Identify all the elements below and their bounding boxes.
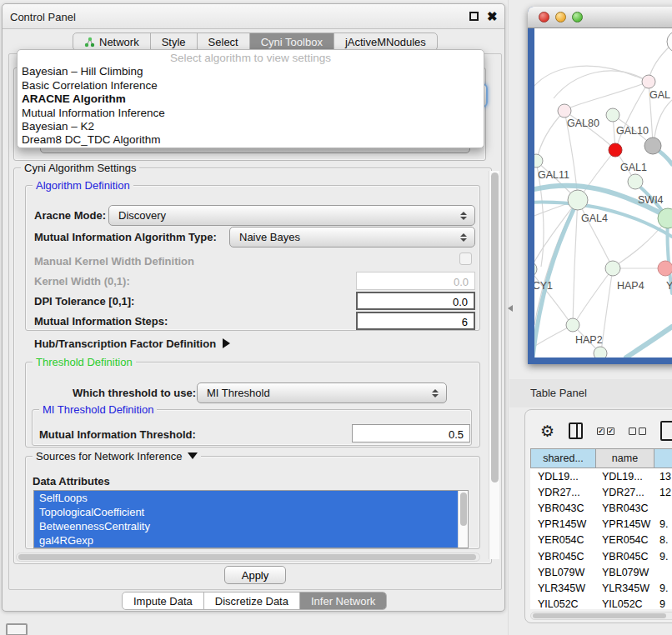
tab-style[interactable]: Style: [150, 33, 197, 50]
panel-divider: [508, 0, 509, 635]
tab-infer-network[interactable]: Infer Network: [299, 592, 386, 609]
data-attributes-label: Data Attributes: [33, 475, 110, 488]
mi-threshold-field[interactable]: [352, 424, 470, 442]
popup-item-aracne[interactable]: ARACNE Algorithm: [18, 92, 484, 106]
aracne-mode-value: Discovery: [118, 209, 166, 222]
node-label: GAL80: [567, 118, 599, 129]
float-window-icon[interactable]: [469, 12, 479, 21]
node-salmon[interactable]: [658, 261, 672, 276]
which-threshold-combobox[interactable]: MI Threshold: [197, 382, 447, 403]
docked-panel-icon[interactable]: [6, 623, 28, 635]
which-threshold-value: MI Threshold: [207, 387, 270, 399]
aracne-mode-combobox[interactable]: Discovery: [108, 205, 475, 226]
gear-icon[interactable]: ⚙: [540, 423, 554, 439]
node-red-selected[interactable]: [609, 143, 622, 157]
node-gal4[interactable]: [568, 190, 588, 210]
mac-close-icon[interactable]: [539, 12, 549, 22]
list-item[interactable]: TopologicalCoefficient: [34, 505, 458, 519]
aracne-mode-label: Aracne Mode:: [34, 209, 106, 222]
splitter-collapse-icon[interactable]: [508, 305, 513, 312]
data-attributes-list: SelfLoops TopologicalCoefficient Between…: [33, 490, 469, 548]
node-gal-top-right[interactable]: [642, 75, 655, 88]
network-canvas[interactable]: GAL GAL80 GAL10 GAL1 GAL11 SWI4 GAL4 GCY…: [534, 28, 672, 358]
apply-button[interactable]: Apply: [224, 566, 286, 584]
node-gal10[interactable]: [606, 108, 619, 122]
hub-definition-expander[interactable]: Hub/Transcription Factor Definition: [34, 338, 230, 350]
node-gcy1[interactable]: [534, 262, 537, 277]
deselect-all-icon[interactable]: [629, 428, 646, 435]
table-row[interactable]: YDR27...YDR27...12: [530, 484, 672, 500]
mac-minimize-icon[interactable]: [555, 12, 566, 22]
table-row[interactable]: YPR145WYPR145W9.: [530, 517, 672, 532]
manual-kernel-label: Manual Kernel Width Definition: [34, 255, 194, 268]
column-header-shared-name[interactable]: shared...: [531, 449, 595, 468]
list-item[interactable]: gal4RGexp: [34, 533, 458, 548]
control-panel-title: Control Panel: [10, 11, 76, 23]
expander-right-arrow-icon[interactable]: [223, 338, 230, 348]
tab-network[interactable]: Network: [73, 33, 150, 50]
tab-discretize-data[interactable]: Discretize Data: [203, 592, 299, 609]
algorithm-definition-title: Algorithm Definition: [33, 179, 133, 192]
popup-item-basic-correlation[interactable]: Basic Correlation Inference: [18, 79, 484, 92]
network-window-titlebar[interactable]: [528, 7, 672, 28]
settings-horizontal-scrollbar-thumb[interactable]: [18, 554, 476, 560]
settings-vertical-scrollbar-thumb[interactable]: [491, 172, 499, 482]
node-label: Y: [666, 280, 672, 292]
close-icon[interactable]: ✖: [487, 9, 498, 24]
node-partial-bottom[interactable]: [594, 347, 607, 358]
select-all-icon[interactable]: ✓✓: [597, 428, 614, 435]
show-columns-icon[interactable]: [569, 422, 583, 439]
network-graph: GAL GAL80 GAL10 GAL1 GAL11 SWI4 GAL4 GCY…: [534, 28, 672, 358]
table-panel-title: Table Panel: [530, 387, 587, 399]
table-row[interactable]: YBR043CYBR043C: [530, 500, 672, 516]
popup-item-dream8[interactable]: Dream8 DC_TDC Algorithm: [18, 133, 484, 147]
node-label: GAL11: [538, 169, 569, 181]
tab-jactivemnodules[interactable]: jActiveMNodules: [333, 33, 437, 50]
control-panel-tabs: Network Style Select Cyni Toolbox jActiv…: [73, 32, 438, 51]
tab-select[interactable]: Select: [197, 33, 249, 50]
mi-threshold-group-title: MI Threshold Definition: [39, 403, 157, 416]
tab-cyni-toolbox[interactable]: Cyni Toolbox: [249, 33, 333, 50]
manual-kernel-checkbox[interactable]: [459, 252, 472, 265]
node-label: GCY1: [534, 280, 553, 292]
expander-down-arrow-icon[interactable]: [188, 452, 198, 459]
list-vertical-scrollbar[interactable]: [458, 491, 468, 548]
node-gal1[interactable]: [628, 174, 643, 189]
list-vertical-scrollbar-thumb[interactable]: [460, 492, 467, 526]
dpi-tolerance-field[interactable]: [356, 292, 475, 310]
list-item[interactable]: BetweennessCentrality: [34, 519, 458, 533]
node-hap4[interactable]: [605, 261, 620, 276]
mac-zoom-icon[interactable]: [572, 12, 583, 22]
table-row[interactable]: YBR045CYBR045C9.: [530, 548, 672, 564]
network-view-window: GAL GAL80 GAL10 GAL1 GAL11 SWI4 GAL4 GCY…: [528, 7, 672, 364]
sources-group-title[interactable]: Sources for Network Inference: [33, 450, 201, 462]
node-gray[interactable]: [644, 138, 661, 154]
settings-vertical-scrollbar[interactable]: [489, 171, 499, 559]
function-builder-icon[interactable]: [660, 421, 672, 441]
list-item[interactable]: SelfLoops: [34, 491, 458, 505]
column-header-partial[interactable]: A: [654, 449, 672, 468]
node-partial-top-right[interactable]: [667, 31, 672, 52]
node-label: GAL4: [581, 212, 608, 224]
column-header-name[interactable]: name: [595, 449, 654, 468]
settings-horizontal-scrollbar[interactable]: [16, 552, 480, 562]
mi-steps-field[interactable]: [356, 312, 475, 330]
node-hap2[interactable]: [566, 318, 579, 332]
table-row[interactable]: YER054CYER054C8.: [530, 532, 672, 548]
node-gal80[interactable]: [558, 104, 571, 118]
table-horizontal-scrollbar-thumb[interactable]: [533, 613, 666, 618]
popup-item-bayesian-hill-climbing[interactable]: Bayesian – Hill Climbing: [18, 65, 484, 78]
node-table: shared... name A YDL19...YDL19...13 YDR2…: [530, 448, 672, 609]
tab-impute-data[interactable]: Impute Data: [123, 592, 203, 609]
mi-type-combobox[interactable]: Naive Bayes: [229, 227, 475, 248]
mi-type-label: Mutual Information Algorithm Type:: [34, 231, 217, 243]
table-row[interactable]: YLR345WYLR345W9.: [530, 580, 672, 596]
table-row[interactable]: YDL19...YDL19...13: [530, 468, 672, 484]
popup-item-bayesian-k2[interactable]: Bayesian – K2: [18, 120, 484, 133]
node-label: HAP2: [575, 334, 603, 346]
table-horizontal-scrollbar[interactable]: [530, 612, 672, 620]
popup-item-mutual-information[interactable]: Mutual Information Inference: [18, 107, 484, 120]
table-row[interactable]: YBL079WYBL079W: [530, 564, 672, 580]
kernel-width-field[interactable]: [356, 272, 475, 290]
table-row[interactable]: YIL052CYIL052C9: [530, 597, 672, 610]
